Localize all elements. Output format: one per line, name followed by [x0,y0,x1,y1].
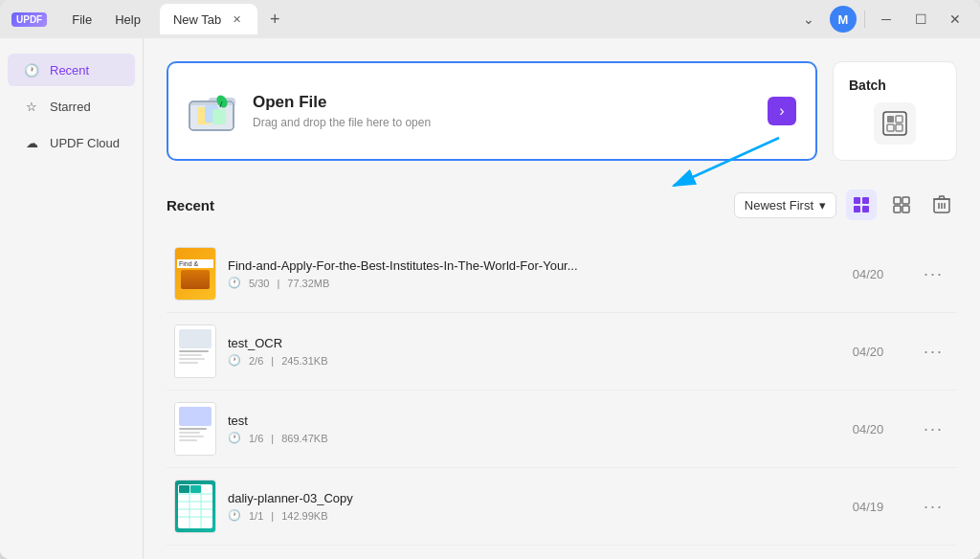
file-meta: 🕐 1/1 | 142.99KB [228,509,837,522]
file-name: test_OCR [228,336,611,350]
recent-controls: Newest First ▾ [734,190,957,220]
folder-icon [188,86,237,136]
open-file-arrow-button[interactable]: › [768,97,796,125]
maximize-button[interactable]: ☐ [907,6,934,33]
svg-rect-11 [896,124,902,131]
dropdown-arrow[interactable]: ⌄ [795,6,822,33]
file-size: 142.99KB [281,510,327,522]
sidebar-label-cloud: UPDF Cloud [50,136,120,150]
list-view-button[interactable] [886,190,917,220]
file-meta: 🕐 2/6 | 245.31KB [228,354,837,367]
grid-view-button[interactable] [846,190,877,220]
sidebar-item-recent[interactable]: 🕐 Recent [8,54,135,86]
file-size: 245.31KB [281,355,327,367]
svg-rect-20 [902,206,909,212]
file-more-button[interactable]: ··· [918,338,949,366]
top-row: Open File Drag and drop the file here to… [167,61,957,161]
meta-divider: | [277,278,279,289]
svg-rect-9 [896,116,902,123]
svg-rect-16 [862,206,869,212]
file-item[interactable]: test 🕐 1/6 | 869.47KB 04/20 ··· [167,391,957,468]
file-more-button[interactable]: ··· [918,493,949,521]
sidebar-item-cloud[interactable]: ☁ UPDF Cloud [8,126,135,159]
minimize-button[interactable]: ─ [873,6,900,33]
file-date: 04/20 [849,345,887,359]
divider [864,11,865,28]
batch-card[interactable]: Batch [833,61,957,161]
open-file-title: Open File [253,93,752,112]
page-icon: 🕐 [228,277,241,289]
cloud-icon: ☁ [23,134,40,151]
file-thumbnail [174,402,216,456]
file-info: test 🕐 1/6 | 869.47KB [228,414,837,444]
file-thumbnail [174,480,216,533]
sort-dropdown[interactable]: Newest First ▾ [734,192,836,218]
recent-label: Recent [167,197,214,213]
titlebar: UPDF File Help New Tab ✕ + ⌄ M ─ ☐ ✕ [0,0,980,38]
svg-rect-17 [894,197,901,204]
meta-divider: | [271,510,274,522]
open-file-card[interactable]: Open File Drag and drop the file here to… [167,61,817,161]
batch-title: Batch [849,78,886,93]
meta-divider: | [271,433,274,444]
file-item[interactable]: Find & Find-and-Apply-For-the-Best-Insti… [167,235,957,313]
close-button[interactable]: ✕ [942,6,969,33]
menu-help[interactable]: Help [105,9,150,31]
file-meta: 🕐 5/30 | 77.32MB [228,277,837,289]
svg-rect-10 [887,124,894,131]
file-name: test [228,414,611,428]
svg-rect-19 [894,206,901,212]
batch-icon [874,102,916,145]
svg-rect-14 [862,197,869,204]
user-avatar[interactable]: M [830,6,857,33]
file-date: 04/20 [849,422,887,436]
file-size: 77.32MB [287,278,329,289]
file-more-button[interactable]: ··· [918,260,949,288]
recent-header: Recent Newest First ▾ [167,190,957,220]
tab-close-icon[interactable]: ✕ [229,11,244,27]
page-icon: 🕐 [228,354,241,367]
chevron-down-icon: ▾ [819,198,826,212]
menu-file[interactable]: File [62,9,101,31]
file-size: 869.47KB [281,433,327,444]
svg-rect-13 [854,197,860,204]
file-thumbnail [174,324,216,378]
app-body: 🕐 Recent ☆ Starred ☁ UPDF Cloud [0,38,980,559]
svg-rect-8 [887,116,894,123]
file-more-button[interactable]: ··· [918,415,949,443]
file-name: daliy-planner-03_Copy [228,491,611,505]
tab-new[interactable]: New Tab ✕ [160,4,257,34]
window-controls: ⌄ M ─ ☐ ✕ [795,6,969,33]
file-item[interactable]: test_OCR 🕐 2/6 | 245.31KB 04/20 ··· [167,313,957,391]
svg-rect-34 [190,485,201,493]
file-pages: 5/30 [249,278,269,289]
file-pages: 2/6 [249,355,263,367]
svg-rect-7 [883,112,906,135]
sidebar: 🕐 Recent ☆ Starred ☁ UPDF Cloud [0,38,144,559]
delete-button[interactable] [926,190,957,220]
page-icon: 🕐 [228,432,241,444]
tabs-area: New Tab ✕ + [160,4,795,34]
recent-section: Recent Newest First ▾ [167,190,957,546]
svg-rect-33 [179,485,189,493]
tab-label: New Tab [173,12,221,27]
svg-rect-15 [854,206,860,212]
open-file-text: Open File Drag and drop the file here to… [253,93,752,129]
svg-rect-4 [212,109,226,124]
file-list: Find & Find-and-Apply-For-the-Best-Insti… [167,235,957,546]
tab-add-button[interactable]: + [261,6,288,33]
svg-rect-18 [902,197,909,204]
sidebar-label-recent: Recent [50,63,89,78]
file-date: 04/19 [849,500,887,514]
recent-icon: 🕐 [23,61,40,78]
sidebar-label-starred: Starred [50,100,91,114]
menu-bar: File Help [62,9,150,31]
sidebar-item-starred[interactable]: ☆ Starred [8,90,135,123]
file-info: Find-and-Apply-For-the-Best-Institutes-I… [228,258,837,289]
file-item[interactable]: daliy-planner-03_Copy 🕐 1/1 | 142.99KB 0… [167,468,957,546]
file-pages: 1/6 [249,433,263,444]
file-date: 04/20 [849,267,887,281]
file-info: test_OCR 🕐 2/6 | 245.31KB [228,336,837,367]
file-thumbnail: Find & [174,247,216,301]
sort-label: Newest First [745,198,813,212]
